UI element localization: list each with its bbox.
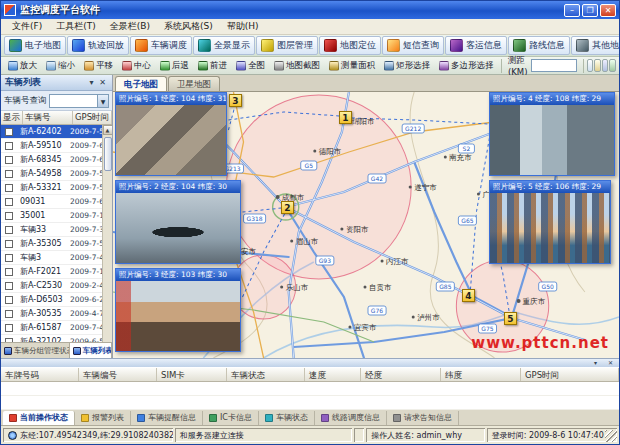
distance-input[interactable] <box>531 59 577 72</box>
status-table-body[interactable] <box>1 382 619 410</box>
sms-query-button[interactable]: 短信查询 <box>382 36 444 55</box>
col-plate[interactable]: 车辆号 <box>23 111 73 124</box>
pin-panel-icon[interactable]: ▾ <box>590 359 601 367</box>
vehicle-checkbox[interactable] <box>5 170 13 178</box>
tab-satellite-map[interactable]: 卫星地图 <box>168 76 220 91</box>
tab-vehicle-groups[interactable]: 车辆分组管理状态 <box>1 343 70 358</box>
passenger-info-button[interactable]: 客运信息 <box>445 36 507 55</box>
back-button[interactable]: 后退 <box>156 58 193 73</box>
vehicle-row[interactable]: 350012009-7-1 <box>1 209 102 223</box>
panorama-button[interactable]: 全景显示 <box>193 36 255 55</box>
map-marker-3[interactable]: 3 <box>229 94 242 107</box>
menu-help[interactable]: 帮助(H) <box>220 19 266 34</box>
vehicle-checkbox[interactable] <box>5 142 13 150</box>
vehicle-dispatch-button[interactable]: 车辆调度 <box>130 36 192 55</box>
close-button[interactable]: ✕ <box>600 4 616 17</box>
vehicle-checkbox[interactable] <box>5 128 13 136</box>
vehicle-row[interactable]: 新A-353052009-7-5 <box>1 237 102 251</box>
photo-card-3[interactable]: 照片编号: 3 经度: 103 纬度: 30 <box>115 268 241 352</box>
vehicle-checkbox[interactable] <box>5 324 13 332</box>
eagle-eye-icon[interactable] <box>587 59 594 72</box>
tab-current-status[interactable]: 当前操作状态 <box>3 411 75 425</box>
col-gpstime[interactable]: GPS时间 <box>73 111 112 124</box>
photo-card-1[interactable]: 照片编号: 1 经度: 104 纬度: 31 <box>115 92 227 176</box>
menu-toolbar[interactable]: 工具栏(T) <box>49 19 103 34</box>
vehicle-search-combo[interactable]: ▼ <box>49 94 110 108</box>
measure-area-button[interactable]: 测量面积 <box>325 58 379 73</box>
map-canvas[interactable]: 绵阳市 德阳市 成都市 遂宁市 南充市 广安市 资阳市 内江市 自贡市 宜宾市 … <box>113 92 619 358</box>
refresh-icon[interactable] <box>609 59 616 72</box>
track-playback-button[interactable]: 轨迹回放 <box>67 36 129 55</box>
pan-button[interactable]: 平移 <box>80 58 117 73</box>
map-marker-1[interactable]: 1 <box>339 111 352 124</box>
maximize-button[interactable]: ❐ <box>582 4 598 17</box>
col-plate-number[interactable]: 车牌号码 <box>1 368 79 381</box>
col-vehicle-id[interactable]: 车辆编号 <box>79 368 157 381</box>
full-map-button[interactable]: 全图 <box>232 58 269 73</box>
zoom-in-button[interactable]: 放大 <box>4 58 41 73</box>
tab-route-dispatch[interactable]: 线路调度信息 <box>315 411 387 425</box>
fullscreen-icon[interactable] <box>602 59 609 72</box>
scroll-thumb[interactable] <box>104 137 112 171</box>
resize-grip[interactable] <box>605 430 617 442</box>
photo-card-5[interactable]: 照片编号: 5 经度: 106 纬度: 29 <box>489 180 611 264</box>
close-panel-icon[interactable]: ✕ <box>605 359 616 367</box>
tab-vehicle-list[interactable]: 车辆列表 <box>70 343 112 358</box>
vehicle-row[interactable]: 090312009-7-6 <box>1 195 102 209</box>
rect-select-button[interactable]: 矩形选择 <box>380 58 434 73</box>
vehicle-checkbox[interactable] <box>5 198 13 206</box>
center-button[interactable]: 中心 <box>118 58 155 73</box>
vehicle-row[interactable]: 新A-595102009-7-6 <box>1 139 102 153</box>
tab-electronic-map[interactable]: 电子地图 <box>115 76 167 91</box>
pin-panel-icon[interactable]: ▾ <box>86 78 97 87</box>
tab-vehicle-reminder[interactable]: 车辆提醒信息 <box>131 411 203 425</box>
zoom-out-button[interactable]: 缩小 <box>42 58 79 73</box>
photo-card-4[interactable]: 照片编号: 4 经度: 108 纬度: 29 <box>489 92 615 176</box>
map-marker-4[interactable]: 4 <box>462 289 475 302</box>
vehicle-row[interactable]: 新A-321022009-6-5 <box>1 335 102 342</box>
photo-card-2[interactable]: 照片编号: 2 经度: 104 纬度: 30 <box>115 180 241 264</box>
vehicle-row[interactable]: 车辆332009-7-3 <box>1 223 102 237</box>
vehicle-checkbox[interactable] <box>5 184 13 192</box>
electronic-map-button[interactable]: 电子地图 <box>4 36 66 55</box>
map-snapshot-button[interactable]: 地图截图 <box>270 58 324 73</box>
layer-manage-button[interactable]: 图层管理 <box>256 36 318 55</box>
col-show[interactable]: 显示 <box>1 111 23 124</box>
polygon-select-button[interactable]: 多边形选择 <box>435 58 498 73</box>
tab-ic-card[interactable]: IC卡信息 <box>203 411 259 425</box>
vehicle-row[interactable]: 新A-615872009-7-4 <box>1 321 102 335</box>
vehicle-row[interactable]: 新A-533212009-7-5 <box>1 181 102 195</box>
vehicle-scrollbar[interactable]: ▲ <box>102 125 112 342</box>
vehicle-row[interactable]: 新A-F20212009-7-1 <box>1 265 102 279</box>
col-vehicle-state[interactable]: 车辆状态 <box>227 368 305 381</box>
vehicle-search-input[interactable] <box>50 95 98 107</box>
vehicle-row[interactable]: 车辆32009-7-4 <box>1 251 102 265</box>
vehicle-checkbox[interactable] <box>5 310 13 318</box>
menu-panorama[interactable]: 全景栏(B) <box>103 19 157 34</box>
vehicle-checkbox[interactable] <box>5 240 13 248</box>
col-latitude[interactable]: 纬度 <box>441 368 521 381</box>
vehicle-row[interactable]: 新A-549582009-7-5 <box>1 167 102 181</box>
col-longitude[interactable]: 经度 <box>361 368 441 381</box>
map-marker-2[interactable]: 2 <box>281 201 294 214</box>
vehicle-row[interactable]: 新A-624022009-7-5 <box>1 125 102 139</box>
vehicle-row[interactable]: 新A-683452009-7-6 <box>1 153 102 167</box>
map-locate-button[interactable]: 地图定位 <box>319 36 381 55</box>
vehicle-checkbox[interactable] <box>5 268 13 276</box>
vehicle-checkbox[interactable] <box>5 296 13 304</box>
tab-vehicle-state[interactable]: 车辆状态 <box>259 411 315 425</box>
minimize-button[interactable]: – <box>564 4 580 17</box>
vehicle-checkbox[interactable] <box>5 226 13 234</box>
vehicle-row[interactable]: 新A-D65032009-6-2 <box>1 293 102 307</box>
map-marker-5[interactable]: 5 <box>504 312 517 325</box>
vehicle-row[interactable]: 新A-305352009-4-7 <box>1 307 102 321</box>
menu-style[interactable]: 系统风格(S) <box>157 19 220 34</box>
vehicle-row[interactable]: 新A-C25302009-2-4 <box>1 279 102 293</box>
menu-file[interactable]: 文件(F) <box>5 19 49 34</box>
chevron-down-icon[interactable]: ▼ <box>97 95 108 107</box>
tab-request-info[interactable]: 请求告知信息 <box>387 411 459 425</box>
scroll-up-icon[interactable]: ▲ <box>103 125 113 135</box>
vehicle-checkbox[interactable] <box>5 282 13 290</box>
tab-alarm-list[interactable]: 报警列表 <box>75 411 131 425</box>
vehicle-checkbox[interactable] <box>5 212 13 220</box>
